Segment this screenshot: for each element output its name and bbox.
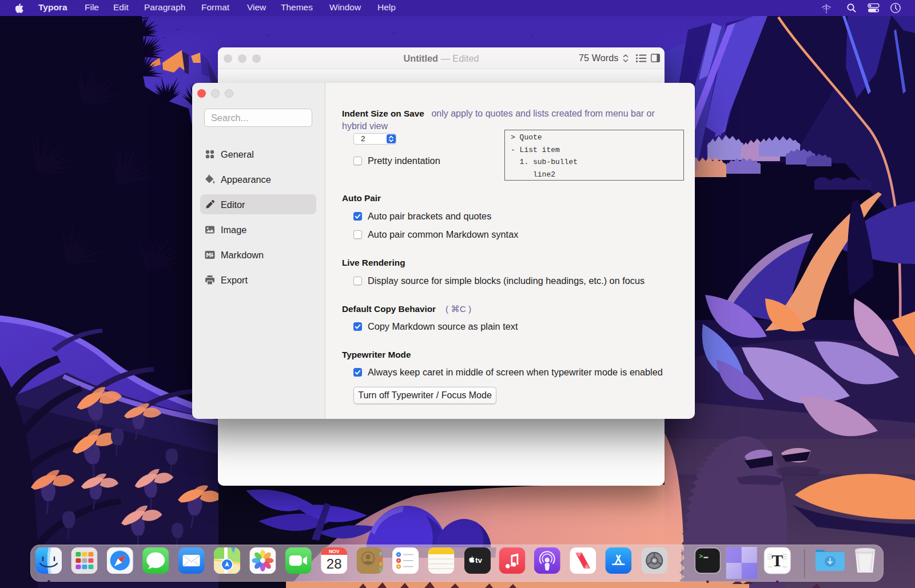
- svg-text:T: T: [771, 551, 783, 570]
- svg-text:tv: tv: [475, 556, 482, 565]
- svg-text:>: >: [699, 553, 703, 560]
- svg-text:NOV: NOV: [329, 549, 340, 554]
- svg-text:28: 28: [327, 556, 342, 571]
